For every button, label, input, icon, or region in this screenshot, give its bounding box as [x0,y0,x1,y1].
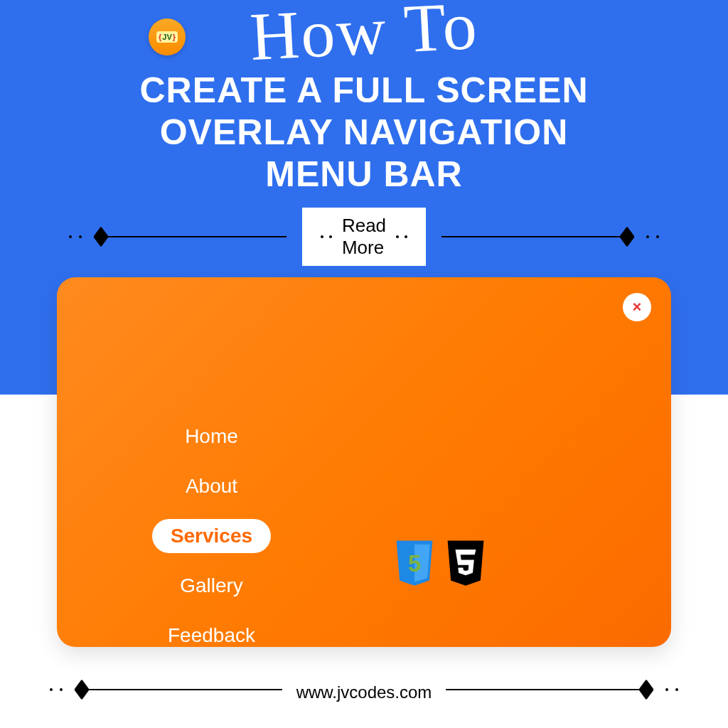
close-button[interactable]: × [623,293,651,321]
diamond-ornament-icon [619,226,635,247]
title-line-3: MENU BAR [0,154,728,196]
site-url: www.jvcodes.com [0,682,728,702]
css3-icon [445,540,486,587]
divider-line [441,236,621,237]
divider-line [107,236,287,237]
read-more-label: Read More [342,215,386,259]
title-line-1: CREATE A FULL SCREEN [0,70,728,112]
tech-badges: 5 [394,540,486,587]
page-title: CREATE A FULL SCREEN OVERLAY NAVIGATION … [0,70,728,196]
svg-text:5: 5 [408,550,421,577]
top-divider: Read More [0,208,728,266]
diamond-ornament-icon [93,226,109,247]
html5-icon: 5 [394,540,435,587]
menu-item-about[interactable]: About [167,469,256,503]
decorative-dots [646,235,659,238]
overlay-navigation-preview: × Home About Services Gallery Feedback 5 [57,277,671,647]
close-icon: × [633,298,642,316]
menu-item-gallery[interactable]: Gallery [161,569,262,603]
title-line-2: OVERLAY NAVIGATION [0,112,728,154]
menu-item-feedback[interactable]: Feedback [149,619,274,647]
read-more-button[interactable]: Read More [302,208,426,266]
menu-item-home[interactable]: Home [166,419,257,454]
menu-item-services[interactable]: Services [152,519,271,553]
decorative-dots [69,235,82,238]
overlay-menu: Home About Services Gallery Feedback [149,419,274,647]
